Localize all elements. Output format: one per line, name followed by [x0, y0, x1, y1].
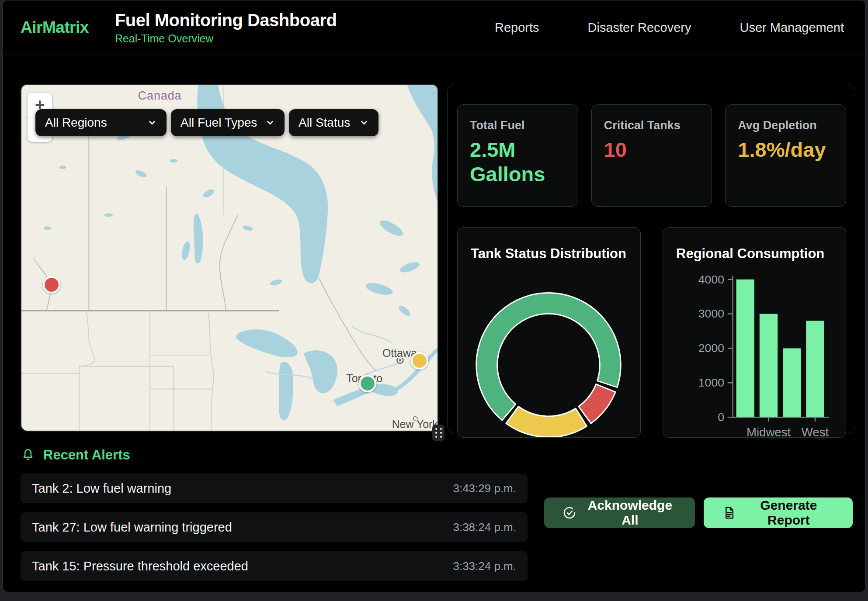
alert-row: Tank 15: Pressure threshold exceeded 3:3… [21, 551, 528, 581]
region-filter-value: All Regions [45, 116, 107, 130]
svg-text:3000: 3000 [698, 307, 724, 320]
main-content: Canada Ottawa Toronto New York + − All R… [3, 55, 865, 433]
stat-card-avg-depletion: Avg Depletion 1.8%/day [725, 104, 846, 207]
alerts-section: Recent Alerts Tank 2: Low fuel warning 3… [3, 433, 865, 581]
stat-value-total-fuel: 2.5M Gallons [470, 138, 551, 187]
alert-message: Tank 15: Pressure threshold exceeded [32, 559, 248, 573]
alert-timestamp: 3:38:24 p.m. [453, 521, 516, 534]
stat-label: Critical Tanks [604, 119, 700, 132]
svg-text:1000: 1000 [698, 376, 724, 389]
nav-reports[interactable]: Reports [495, 21, 539, 35]
alerts-heading: Recent Alerts [21, 446, 853, 464]
acknowledge-all-button[interactable]: Acknowledge All [544, 497, 695, 528]
generate-report-button[interactable]: Generate Report [704, 497, 853, 528]
header: AirMatrix Fuel Monitoring Dashboard Real… [3, 0, 865, 55]
chevron-down-icon [359, 118, 369, 128]
regional-consumption-chart-card: Regional Consumption 01000200030004000Mi… [663, 227, 846, 438]
donut-chart [458, 228, 640, 437]
nav-user-management[interactable]: User Management [740, 21, 844, 35]
tank-status-chart-card: Tank Status Distribution [457, 227, 641, 438]
alert-row: Tank 2: Low fuel warning 3:43:29 p.m. [21, 473, 528, 503]
stats-panel: Total Fuel 2.5M Gallons Critical Tanks 1… [447, 84, 855, 433]
stat-card-total-fuel: Total Fuel 2.5M Gallons [457, 104, 578, 207]
alerts-list: Tank 2: Low fuel warning 3:43:29 p.m. Ta… [21, 473, 528, 581]
charts-row: Tank Status Distribution Regional Consum… [457, 227, 846, 438]
title-block: Fuel Monitoring Dashboard Real-Time Over… [115, 10, 337, 45]
generate-report-label: Generate Report [743, 498, 834, 528]
stat-value-critical-tanks: 10 [604, 138, 685, 162]
page-subtitle: Real-Time Overview [115, 32, 337, 45]
map-label-newyork: New York [392, 418, 437, 430]
svg-text:0: 0 [718, 411, 724, 424]
stat-cards-row: Total Fuel 2.5M Gallons Critical Tanks 1… [457, 104, 846, 207]
stat-label: Avg Depletion [738, 119, 833, 132]
svg-text:Midwest: Midwest [746, 425, 791, 437]
stat-value-avg-depletion: 1.8%/day [738, 138, 819, 162]
status-filter-select[interactable]: All Status [289, 109, 378, 136]
bar-chart: 01000200030004000MidwestWest [663, 228, 846, 437]
bell-icon [21, 448, 35, 463]
alert-message: Tank 2: Low fuel warning [32, 481, 171, 496]
alerts-heading-label: Recent Alerts [43, 447, 130, 463]
alert-row: Tank 27: Low fuel warning triggered 3:38… [21, 512, 528, 542]
svg-text:West: West [802, 425, 829, 437]
check-circle-icon [562, 506, 576, 520]
fuel-type-filter-select[interactable]: All Fuel Types [171, 109, 285, 136]
fuel-map[interactable]: Canada Ottawa Toronto New York + − All R… [21, 84, 438, 432]
chevron-down-icon [265, 118, 275, 128]
map-filters: All Regions All Fuel Types All Status [35, 109, 378, 136]
svg-text:2000: 2000 [698, 342, 724, 355]
stat-label: Total Fuel [470, 119, 566, 132]
map-container: Canada Ottawa Toronto New York + − All R… [21, 84, 438, 432]
main-nav: Reports Disaster Recovery User Managemen… [495, 21, 844, 35]
alerts-actions: Acknowledge All Generate Report [544, 497, 853, 528]
acknowledge-all-label: Acknowledge All [583, 498, 677, 528]
alerts-body: Tank 2: Low fuel warning 3:43:29 p.m. Ta… [21, 473, 853, 581]
map-label-canada: Canada [138, 89, 182, 102]
chevron-down-icon [147, 118, 157, 128]
brand-logo[interactable]: AirMatrix [21, 18, 89, 37]
status-filter-value: All Status [299, 116, 350, 130]
alert-message: Tank 27: Low fuel warning triggered [32, 520, 232, 535]
alert-timestamp: 3:33:24 p.m. [453, 560, 516, 573]
page-title: Fuel Monitoring Dashboard [115, 10, 337, 30]
region-filter-select[interactable]: All Regions [35, 109, 167, 136]
fuel-type-filter-value: All Fuel Types [181, 116, 257, 130]
resize-handle[interactable] [432, 425, 444, 441]
map-marker-warning[interactable] [411, 352, 428, 370]
document-icon [722, 506, 736, 520]
svg-text:4000: 4000 [698, 273, 724, 286]
nav-disaster-recovery[interactable]: Disaster Recovery [588, 21, 691, 35]
alert-timestamp: 3:43:29 p.m. [453, 482, 516, 495]
map-marker-normal[interactable] [359, 375, 376, 392]
dashboard-app: AirMatrix Fuel Monitoring Dashboard Real… [3, 0, 865, 592]
map-marker-critical[interactable] [43, 276, 60, 294]
stat-card-critical-tanks: Critical Tanks 10 [591, 104, 712, 207]
